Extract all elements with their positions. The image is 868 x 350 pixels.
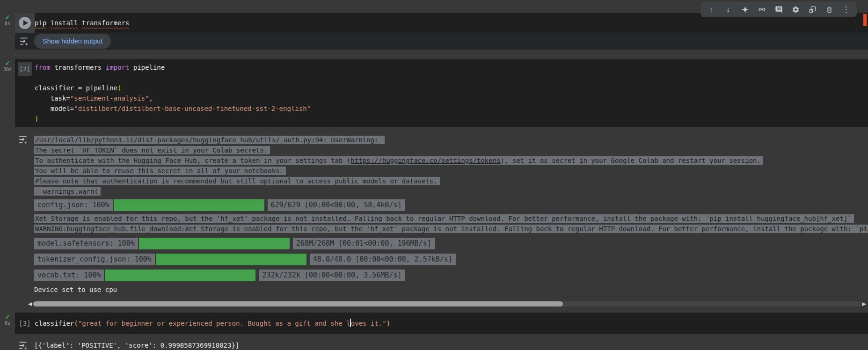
cell2-output-area: /usr/local/lib/python3.11/dist-packages/…: [15, 127, 868, 294]
horizontal-scrollbar: ◀ ▶: [28, 301, 866, 307]
code-token: task=: [35, 95, 70, 102]
stderr-line: WARNING:huggingface_hub.file_download:Xe…: [34, 224, 868, 233]
gemini-sparkle-icon[interactable]: [740, 5, 750, 14]
stderr-line: To authenticate with the Hugging Face Hu…: [34, 156, 868, 165]
cell3-exec-time: 0s: [5, 321, 10, 326]
cell3-output-area: [{'label': 'POSITIVE', 'score': 0.999858…: [15, 338, 868, 350]
progress-row: tokenizer_config.json: 100% 48.0/48.0 [0…: [34, 253, 868, 265]
code-line: from transformers import pipeline: [35, 62, 868, 73]
code-token: "distilbert/distilbert-base-uncased-fine…: [74, 105, 311, 112]
cell2-exec-time: 38s: [3, 67, 12, 72]
classifier-result: [{'label': 'POSITIVE', 'score': 0.999858…: [34, 338, 868, 350]
code-token: from: [35, 64, 51, 71]
code-token: (: [117, 84, 121, 92]
cell3-exec-count-area: [3]: [15, 313, 35, 334]
cell-divider: [15, 55, 868, 55]
cell2-exec-count[interactable]: [2]: [18, 62, 32, 76]
show-hidden-output-button[interactable]: Show hidden output: [34, 34, 111, 49]
stderr-line: Xet Storage is enabled for this repo, bu…: [34, 214, 868, 223]
code-token: ,: [149, 95, 153, 102]
delete-cell-icon[interactable]: [824, 5, 834, 14]
cell1-gutter: ✓ 8s: [0, 14, 15, 26]
scrollbar-thumb[interactable]: [33, 301, 563, 306]
colab-notebook-page: ↑ ↓ ⋮ ✓ 8s: [0, 0, 868, 350]
run-button-area: [15, 13, 35, 33]
progress-stats: 48.0/48.0 [00:00<00:00, 2.57kB/s]: [310, 254, 456, 265]
stderr-line: /usr/local/lib/python3.11/dist-packages/…: [34, 135, 868, 145]
progress-label: tokenizer_config.json: 100%: [34, 254, 155, 265]
code-line: task="sentiment-analysis",: [35, 93, 868, 103]
progress-row: model.safetensors: 100% 268M/268M [00:01…: [34, 237, 868, 249]
comment-icon[interactable]: [774, 5, 783, 14]
cell1-code-editor[interactable]: pipinstalltransformers: [35, 18, 868, 28]
stderr-line: The secret `HF_TOKEN` does not exist in …: [34, 146, 868, 155]
progress-bar: [156, 254, 306, 265]
code-token: oves it.": [351, 320, 387, 327]
progress-bar: [114, 199, 264, 211]
code-token: pip: [35, 19, 46, 27]
code-token: "great for beginner or experienced perso…: [78, 320, 350, 327]
cell-1: ✓ 8s pipinstalltransformers: [15, 13, 868, 50]
success-check-icon: ✓: [5, 14, 10, 21]
progress-bar: [139, 238, 290, 249]
progress-label: model.safetensors: 100%: [34, 238, 138, 249]
success-check-icon: ✓: [5, 60, 10, 66]
cell3-exec-count[interactable]: [3]: [19, 320, 30, 327]
scroll-left-arrow-icon[interactable]: ◀: [28, 301, 32, 307]
stderr-line: You will be able to reuse this secret in…: [34, 166, 868, 175]
cell2-gutter: ✓ 38s: [0, 60, 15, 72]
stderr-text: Xet Storage is enabled for this repo, bu…: [34, 214, 854, 223]
stderr-text: /usr/local/lib/python3.11/dist-packages/…: [34, 136, 385, 144]
code-token: import: [106, 64, 130, 71]
progress-label: vocab.txt: 100%: [34, 270, 104, 281]
code-token: install: [51, 19, 78, 27]
code-line: model="distilbert/distilbert-base-uncase…: [35, 103, 868, 114]
cell-output-icon[interactable]: [19, 36, 29, 46]
minimap-cell-marker[interactable]: [863, 14, 867, 26]
copy-link-icon[interactable]: [757, 5, 766, 14]
code-token: pipeline: [129, 64, 165, 71]
stderr-text: You will be able to reuse this secret in…: [34, 167, 286, 175]
cell2-exec-count-area: [2]: [15, 59, 35, 127]
scrollbar-track[interactable]: [33, 301, 861, 306]
code-token: (: [74, 320, 78, 327]
stderr-line: Please note that authentication is recom…: [34, 176, 868, 186]
settings-icon[interactable]: [791, 5, 800, 14]
code-token: ): [387, 320, 390, 327]
cell3-code-editor[interactable]: classifier("great for beginner or experi…: [35, 318, 868, 328]
settings-tokens-link[interactable]: https://huggingface.co/settings/tokens: [350, 157, 500, 164]
code-line: classifier = pipeline(: [35, 83, 868, 93]
cell-2: ✓ 38s [2] from transformers import pipel…: [15, 59, 868, 127]
mirror-cell-in-tab-icon[interactable]: [808, 5, 817, 14]
cell-output-icon[interactable]: [18, 340, 28, 350]
stderr-text: To authenticate with the Hugging Face Hu…: [35, 157, 350, 164]
move-cell-down-icon[interactable]: ↓: [723, 5, 733, 14]
cell-output-icon[interactable]: [18, 134, 28, 145]
code-token: classifier = pipeline: [35, 84, 117, 92]
progress-bar: [105, 270, 255, 281]
code-token: transformers: [51, 64, 106, 71]
stderr-text: WARNING:huggingface_hub.file_download:Xe…: [34, 225, 868, 233]
progress-stats: 268M/268M [00:01<00:00, 196MB/s]: [293, 238, 435, 249]
progress-row: vocab.txt: 100% 232k/232k [00:00<00:00, …: [34, 269, 868, 281]
success-check-icon: ✓: [5, 314, 10, 320]
progress-stats: 629/629 [00:00<00:00, 58.4kB/s]: [268, 199, 405, 211]
cell-toolbar: ↑ ↓ ⋮: [700, 1, 857, 17]
run-cell-button[interactable]: [19, 17, 31, 29]
cell2-code-editor[interactable]: from transformers import pipeline classi…: [35, 59, 868, 127]
cell1-output-toggle-row: Show hidden output: [15, 33, 868, 50]
code-line: ): [35, 114, 868, 124]
play-icon: [23, 20, 28, 26]
more-actions-icon[interactable]: ⋮: [841, 5, 851, 14]
code-token: classifier: [35, 320, 74, 327]
move-cell-up-icon[interactable]: ↑: [707, 5, 716, 14]
scroll-right-arrow-icon[interactable]: ▶: [862, 301, 866, 307]
progress-row: config.json: 100% 629/629 [00:00<00:00, …: [34, 199, 868, 211]
code-line: [35, 73, 868, 83]
stderr-text: ), set it as secret in your Google Colab…: [501, 157, 761, 164]
cell-3: ✓ 0s [3] classifier("great for beginner …: [15, 313, 868, 334]
code-token: ): [35, 115, 38, 123]
stderr-line: warnings.warn(: [34, 187, 868, 196]
stderr-text: To authenticate with the Hugging Face Hu…: [34, 156, 763, 165]
cell3-gutter: ✓ 0s: [0, 314, 15, 326]
